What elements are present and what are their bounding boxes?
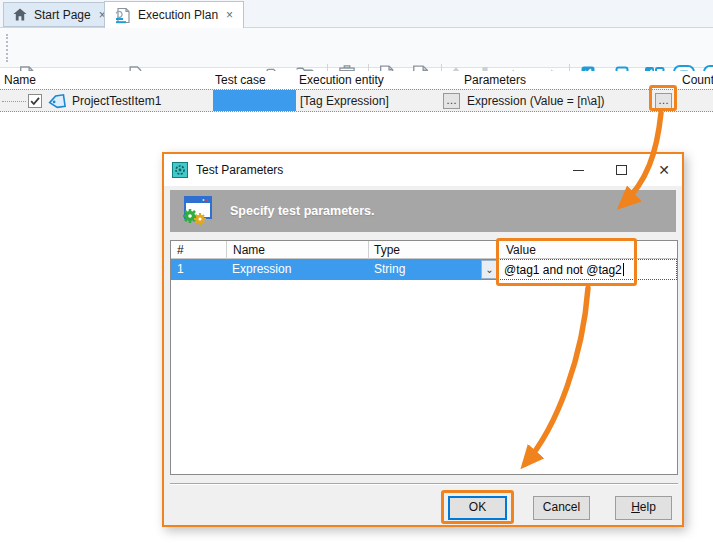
column-header-test-case[interactable]: Test case [215,73,266,87]
home-icon [13,8,27,21]
dialog-title: Test Parameters [196,163,283,177]
maximize-icon [616,165,627,175]
test-item-name[interactable]: ProjectTestItem1 [72,94,161,108]
banner-text: Specify test parameters. [230,204,375,218]
main-grid-header: Name Test case Execution entity Paramete… [0,71,713,89]
help-button[interactable]: Help [615,496,672,520]
column-header-count[interactable]: Count [682,73,713,87]
param-value-text: @tag1 and not @tag2 [504,263,622,277]
minimize-button[interactable] [564,159,592,181]
param-column-num[interactable]: # [177,243,184,257]
column-header-parameters[interactable]: Parameters [464,73,526,87]
tab-label: Start Page [34,8,91,22]
help-rest: elp [640,500,656,514]
execution-plan-icon [114,7,131,24]
type-dropdown-button[interactable]: ⌄ [481,260,498,279]
test-item-tag-icon [47,92,68,111]
parameters-value[interactable]: Expression (Value = [n\a]) [467,94,605,108]
param-value-input[interactable]: @tag1 and not @tag2 [498,259,677,280]
ok-button[interactable]: OK [448,496,507,520]
param-name-cell[interactable]: Expression [226,259,368,280]
tab-bar: Start Page × Execution Plan × [0,0,713,28]
column-divider[interactable] [368,241,369,259]
param-column-value[interactable]: Value [506,243,536,257]
dialog-banner: Specify test parameters. [170,190,676,232]
maximize-button[interactable] [607,159,635,181]
parameter-row[interactable]: 1 Expression String ⌄ @tag1 and not @tag… [171,259,677,280]
tab-start-page[interactable]: Start Page × [3,2,117,27]
column-divider[interactable] [226,241,227,259]
test-case-cell-selected[interactable] [213,90,296,111]
test-item-row[interactable]: ProjectTestItem1 [Tag Expression] … Expr… [0,89,713,112]
close-icon: ✕ [658,163,670,177]
text-caret [623,263,624,276]
column-header-name[interactable]: Name [4,73,36,87]
parameters-grid: # Name Type Value 1 Expression String ⌄ … [170,240,678,475]
tree-connector [2,101,26,102]
button-separator [170,483,678,485]
test-parameters-dialog: Test Parameters ✕ Specify test parameter… [162,152,684,527]
column-header-execution-entity[interactable]: Execution entity [299,73,384,87]
param-column-name[interactable]: Name [233,243,265,257]
param-num-cell[interactable]: 1 [171,259,226,280]
column-divider[interactable] [498,241,499,259]
execution-entity-ellipsis-button[interactable]: … [443,93,460,109]
param-type-cell[interactable]: String [368,259,498,280]
row-checkbox[interactable] [28,94,42,108]
help-initial: H [631,500,640,514]
app-window: Start Page × Execution Plan × New Test I [0,0,713,554]
toolbar-grip[interactable] [6,34,9,62]
param-column-type[interactable]: Type [374,243,400,257]
dialog-banner-icon [180,195,214,227]
parameters-grid-header: # Name Type Value [171,241,677,259]
tab-execution-plan[interactable]: Execution Plan × [104,1,244,28]
parameters-ellipsis-button[interactable]: … [655,93,672,109]
close-button[interactable]: ✕ [650,159,678,181]
cancel-button[interactable]: Cancel [533,496,590,520]
dialog-title-bar[interactable]: Test Parameters [164,154,682,186]
tab-label: Execution Plan [138,8,218,22]
minimize-icon [573,170,584,171]
test-parameters-icon [172,162,188,178]
check-mark-icon [29,95,41,107]
execution-entity-value[interactable]: [Tag Expression] [300,94,389,108]
toolbar: New Test Item New Child Test Item [0,28,713,68]
close-icon[interactable]: × [225,8,234,22]
